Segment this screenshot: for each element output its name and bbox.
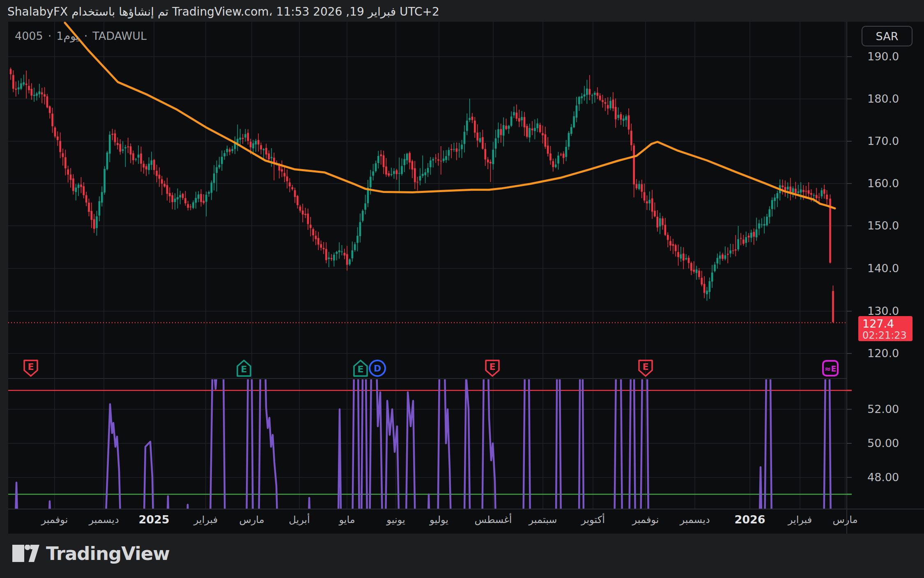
candle [648,200,650,204]
candle [169,193,171,196]
candle [495,138,497,149]
price-axis-label: 140.0 [867,261,921,276]
candle [62,153,64,157]
candle [148,164,150,170]
candle [93,219,95,229]
candle [445,156,447,160]
candle [159,175,161,179]
candle [122,149,124,151]
candle [792,188,794,193]
event-badge-letter: E [241,364,247,374]
event-badge-E[interactable]: E [24,360,37,376]
candle [328,257,330,259]
candle [427,168,429,172]
candle [717,258,719,263]
candle [179,195,181,197]
candle [832,291,834,322]
candle [312,229,314,235]
event-badge-letter: ≈E [825,364,837,373]
candle [539,125,541,132]
candle [805,191,807,192]
candle [696,269,698,273]
candle [516,112,518,119]
candle [787,187,789,190]
currency-sar-button[interactable]: SAR [862,26,913,46]
time-axis-month-label: ديسمبر [89,512,119,527]
candle [823,189,825,194]
candle [156,171,158,176]
price-axis-label: 190.0 [867,49,921,64]
candle [419,176,421,181]
candle [145,166,147,169]
candle [289,182,291,186]
candle [255,141,257,144]
candle [732,250,734,251]
candle [135,159,137,160]
candle [605,102,607,104]
candle [336,252,338,254]
candle [636,184,638,188]
candle [12,75,14,89]
candle [244,134,246,138]
candle [753,232,755,236]
event-badge-D[interactable]: D [370,360,385,376]
candle [78,185,80,188]
candle [153,160,155,170]
price-axis-label: 160.0 [867,176,921,191]
event-badge-≈E[interactable]: ≈E [823,361,838,376]
candle [401,166,403,174]
candle [821,190,823,197]
candle [341,252,343,252]
candle [252,143,254,148]
candle [693,270,695,272]
candle [372,171,374,175]
symbol-code: 4005 [15,30,43,42]
candle [795,189,797,193]
chart-plot-svg[interactable]: EEEDEE≈E [0,0,924,578]
candle [719,255,721,259]
candle [466,121,468,131]
candle [396,170,398,174]
candle [315,236,317,239]
candle [344,253,346,255]
candle [549,154,552,161]
event-badge-E[interactable]: E [486,360,499,376]
candle [448,150,450,156]
candle [709,281,711,292]
candle [586,89,588,95]
candle [292,187,294,189]
tradingview-logo[interactable]: TradingView [12,543,170,564]
candle [570,127,572,134]
candle [385,167,387,175]
candle [406,154,408,160]
candle [320,244,322,248]
candle [370,177,372,188]
candle [106,153,108,170]
candle [563,154,565,158]
candle [492,150,494,164]
candle [503,125,505,135]
candle [808,190,810,193]
candle [664,225,667,235]
moving-average-line[interactable] [65,23,835,208]
candle [729,250,731,253]
indicator-line[interactable] [8,324,831,578]
candle [356,236,359,243]
candle [534,128,536,131]
candle [599,96,601,100]
candle [542,133,544,135]
candle [49,106,51,113]
candle [435,158,437,158]
candle [424,172,426,175]
candle [625,116,627,120]
candle [701,278,703,284]
candle [377,156,379,163]
event-badge-E[interactable]: E [354,360,367,376]
candle [304,214,306,215]
symbol-legend[interactable]: 4005 · 1يوم · TADAWUL [15,30,147,42]
time-axis-month-label: نوفمبر [41,512,68,527]
candle [813,195,815,196]
event-badge-E[interactable]: E [237,360,251,376]
time-axis-month-label: أبريل [289,512,310,527]
indicator-axis-label: 52.00 [867,402,921,417]
